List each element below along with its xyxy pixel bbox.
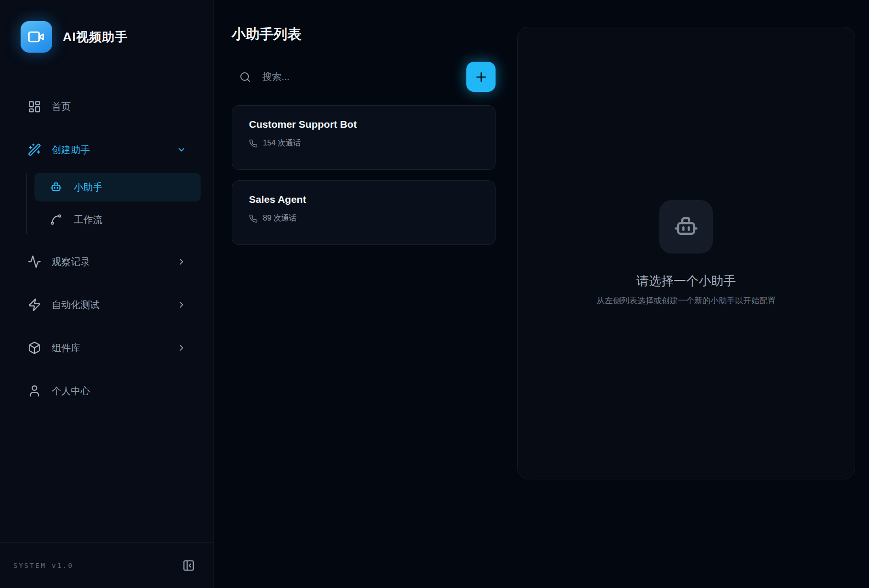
bot-icon — [673, 214, 699, 240]
sidebar-item-label: 个人中心 — [52, 385, 186, 398]
assistant-list: Customer Support Bot 154 次通话 Sales Agent… — [232, 105, 496, 245]
dashboard-icon — [28, 100, 41, 113]
app-logo — [21, 21, 52, 53]
collapse-sidebar-button[interactable] — [181, 558, 196, 573]
spline-icon — [50, 213, 62, 226]
search-row — [232, 61, 496, 92]
empty-state-title: 请选择一个小助手 — [636, 273, 736, 289]
sidebar-header: AI视频助手 — [0, 0, 213, 74]
sidebar-item-label: 组件库 — [52, 342, 166, 355]
chevron-down-icon — [177, 145, 186, 155]
empty-state-hint: 从左侧列表选择或创建一个新的小助手以开始配置 — [597, 295, 776, 306]
sidebar-item-automation-test[interactable]: 自动化测试 — [12, 291, 201, 318]
assistant-card[interactable]: Customer Support Bot 154 次通话 — [232, 105, 496, 170]
sidebar-item-home[interactable]: 首页 — [12, 93, 201, 120]
sidebar: AI视频助手 首页 创建助手 — [0, 0, 214, 588]
activity-icon — [28, 255, 41, 268]
assistant-name: Customer Support Bot — [249, 119, 478, 130]
app-title: AI视频助手 — [63, 29, 128, 45]
detail-area: 请选择一个小助手 从左侧列表选择或创建一个新的小助手以开始配置 — [517, 0, 869, 588]
zap-icon — [28, 298, 41, 311]
phone-icon — [249, 139, 258, 148]
add-assistant-button[interactable] — [466, 62, 496, 92]
sidebar-item-component-library[interactable]: 组件库 — [12, 334, 201, 361]
sidebar-item-label: 观察记录 — [52, 255, 166, 268]
bot-icon — [50, 181, 62, 193]
assistant-card[interactable]: Sales Agent 89 次通话 — [232, 180, 496, 245]
sidebar-item-create-assistant[interactable]: 创建助手 — [12, 136, 201, 163]
system-version: SYSTEM v1.0 — [13, 562, 74, 569]
assistant-call-count: 154 次通话 — [263, 138, 301, 148]
assistant-meta: 154 次通话 — [249, 138, 478, 148]
sidebar-sub-list: 小助手 工作流 — [26, 173, 201, 234]
empty-state: 请选择一个小助手 从左侧列表选择或创建一个新的小助手以开始配置 — [597, 200, 776, 306]
sidebar-nav: 首页 创建助手 小助手 — [0, 74, 213, 404]
assistant-name: Sales Agent — [249, 194, 478, 205]
empty-state-icon-container — [659, 200, 713, 254]
sidebar-item-label: 首页 — [52, 100, 186, 113]
sidebar-footer: SYSTEM v1.0 — [0, 542, 213, 588]
assistant-meta: 89 次通话 — [249, 213, 478, 223]
sidebar-item-observe-records[interactable]: 观察记录 — [12, 248, 201, 275]
chevron-right-icon — [177, 257, 186, 266]
search-input[interactable] — [262, 71, 466, 82]
page-title: 小助手列表 — [232, 25, 496, 44]
assistant-detail-panel: 请选择一个小助手 从左侧列表选择或创建一个新的小助手以开始配置 — [517, 27, 855, 479]
sidebar-item-label: 创建助手 — [52, 144, 166, 156]
chevron-right-icon — [177, 343, 186, 353]
sidebar-item-assistants[interactable]: 小助手 — [34, 173, 201, 201]
wand-sparkles-icon — [28, 143, 41, 156]
assistant-call-count: 89 次通话 — [263, 213, 296, 223]
assistant-list-panel: 小助手列表 Customer Support Bot 154 次通话 — [214, 0, 517, 588]
plus-icon — [474, 70, 488, 84]
sidebar-item-workflow[interactable]: 工作流 — [34, 205, 201, 234]
box-icon — [28, 341, 41, 355]
video-camera-icon — [28, 29, 45, 45]
app-root: AI视频助手 首页 创建助手 — [0, 0, 869, 588]
chevron-right-icon — [177, 300, 186, 310]
phone-icon — [249, 214, 258, 223]
search-icon — [239, 71, 251, 83]
panel-left-close-icon — [182, 559, 195, 572]
sidebar-item-label: 自动化测试 — [52, 299, 166, 311]
user-icon — [28, 384, 41, 398]
sidebar-item-label: 工作流 — [74, 213, 102, 226]
sidebar-item-profile[interactable]: 个人中心 — [12, 377, 201, 404]
sidebar-item-label: 小助手 — [74, 181, 102, 194]
